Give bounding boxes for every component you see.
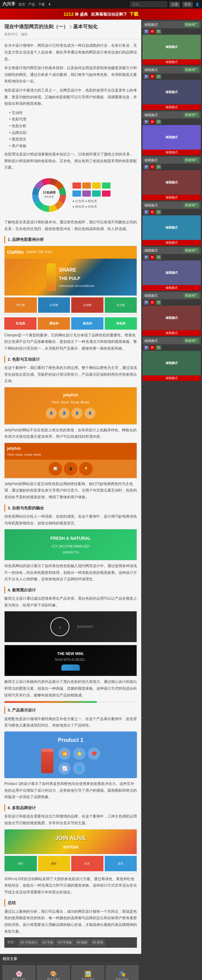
main-layout: 现在中港型网页的法则（一）：基本可知化 最新评论 编辑 在当今设计领域中，网页设… [0,20,202,980]
widget-7-btn[interactable]: 投放词广 [184,293,199,298]
widget-2-social: 赞 粉 关 [142,73,201,80]
join-img-2: 黄区 [38,856,70,871]
related-item-4[interactable]: 🎭 相关文章4 [106,965,139,980]
join-alive-screenshot: JOIN ALIVE 音乐节活动 绿区 黄区 红区 蓝区 [4,829,137,873]
brand-tagline: SHARE THE PULP [26,250,52,255]
social-btn-17[interactable]: 粉 [150,255,155,259]
widget-7-img: 城视频式 [142,305,201,330]
social-btn-4[interactable]: 赞 [144,74,149,79]
social-btn-21[interactable]: 关 [156,300,161,305]
widget-4-social: 赞 粉 关 [142,164,201,170]
site-logo[interactable]: 六只手 [2,2,15,7]
theory-follow-p: 了解色彩关系是设计师的基本功。通过研究色相环，我们可以发现不同颜色之间的关系：互… [4,219,137,232]
widget-5-btn[interactable]: 投放词广 [184,203,199,208]
section3-header: 3. 自然与色彩的融合 [4,504,137,512]
brand-name: ClaRRIn [7,248,24,256]
social-btn-23[interactable]: 粉 [150,345,155,350]
social-btn-8[interactable]: 粉 [150,119,155,124]
tag-2[interactable]: A2 字体 [41,939,55,946]
promotional-banner[interactable]: 1212 终 盛典 距离莓莓活动还剩下 下载 [0,9,202,20]
nav-download[interactable]: 下载 [38,2,45,7]
minimal-screenshot: △ 极简风格展示 [4,611,137,643]
tag-1[interactable]: A1 字体设计 [19,939,39,946]
nav-dropdown-icon[interactable]: ▼ [48,2,51,6]
widget-4-header: 城视频式 投放词广 [142,156,201,164]
widget-3-header: 城视频式 投放词广 [142,111,201,119]
list-item: • 视觉层次 [9,136,137,143]
green-sub: 自然有机产品 [50,550,91,555]
social-btn-19[interactable]: 赞 [144,300,149,305]
widget-1-btn[interactable]: 投放词广 [184,22,199,27]
swatch-purple [82,191,91,197]
social-btn-2[interactable]: 粉 [150,29,155,34]
social-btn-22[interactable]: 赞 [144,345,149,350]
widget-3-title: 城视频式 [144,113,158,117]
section2-text: JellyFish的网站设计是互动性色彩运用的绝佳案例。他们巧妙地将橙色作为主色… [4,481,137,501]
swatch-panel: ● 红色系 ● 橙色系 ● 黄色系 ● 绿色系 [72,181,111,210]
intro-p3: 色彩是设计中最强大的工具之一。在网页设计中，色彩的使用不仅仅是美学上的考量，更是… [4,87,137,107]
section5-text: Product 1的设计展示了如何将蓝色和橙色结合使用来创造视觉冲击力。这种互补… [4,781,137,800]
register-button[interactable]: 注册 [169,2,180,7]
social-btn-12[interactable]: 关 [156,165,161,169]
social-btn-15[interactable]: 关 [156,210,161,215]
widget-3-btn[interactable]: 投放词广 [184,113,199,117]
social-btn-9[interactable]: 关 [156,119,161,124]
social-btn-18[interactable]: 关 [156,255,161,259]
section3-intro: 绿色系网站往往给人一种清新、自然的感觉。在这个案例中，设计师巧妙地将绿色与有机图… [4,513,137,527]
social-btn-20[interactable]: 粉 [150,300,155,305]
nav-home[interactable]: 首页 [18,2,25,7]
social-btn-14[interactable]: 粉 [150,210,155,215]
nav-left: 六只手 首页 产品 下载 ▼ [2,2,51,7]
tag-3[interactable]: A3 字体集 [56,939,74,946]
widget-2-img: 城视频式 [142,80,201,105]
social-btn-3[interactable]: 关 [156,29,161,34]
social-btn-13[interactable]: 赞 [144,210,149,215]
related-icon-1: 🌸 [13,970,25,977]
social-btn-6[interactable]: 关 [156,74,161,79]
list-item: • 用户体验 [9,143,137,150]
can-top [41,749,53,752]
widget-4-btn[interactable]: 投放词广 [184,158,199,162]
ss-orange-1: jellyfish Think. Smart. Social. Media. 👤… [5,387,137,424]
social-btn-10[interactable]: 赞 [144,165,149,169]
site-name: jellyfish [63,391,78,398]
related-item-1[interactable]: 🌸 相关文章1 [2,965,36,980]
block-orange: 橙色块 [38,317,70,329]
nav-right: 注册 登录 👤 [130,2,200,7]
widget-7-social: 赞 粉 关 [142,299,201,305]
social-btn-5[interactable]: 粉 [150,74,155,79]
profile-icons: 👤 👤 👤 👤 [46,408,95,419]
login-button[interactable]: 登录 [182,2,193,7]
social-btn-16[interactable]: 赞 [144,255,149,259]
sidebar-widget-6: 城视频式 投放词广 赞 粉 关 城视频式 城视频式 [142,247,201,291]
tag-4[interactable]: A4 图标 [75,939,89,946]
jf-icon-1: 📊 [49,462,62,476]
user-icon[interactable]: 👤 [195,2,200,6]
social-btn-24[interactable]: 关 [156,345,161,350]
mini-tagline: NOW WITH A DIESEL. [55,657,86,663]
widget-8-btn[interactable]: 投放词广 [184,338,199,343]
tag-5[interactable]: A5 界面 [91,939,105,946]
widget-7-red-label: 城视频式 [142,330,201,336]
social-btn-1[interactable]: 赞 [144,29,149,34]
related-item-3[interactable]: 🖼️ 相关文章3 [71,965,104,980]
widget-2-btn[interactable]: 投放词广 [184,67,199,72]
color-list: • 互动性 • 色彩代理 • 色彩分析 • 品牌识别 • 视觉层次 • 用户体验 [9,110,137,150]
site-tagline: Think. Smart. Social. Media. [51,400,90,405]
nav-product[interactable]: 产品 [28,2,35,7]
section1-header: 1. 品牌色彩案例分析 [4,236,137,243]
list-item: • 色彩代理 [9,116,137,123]
widget-6-img: 城视频式 [142,261,201,285]
feature-icons: 📶 ⭐ ❤️ 📈 🌐 [58,748,100,775]
jf-icon-3: 💡 [79,462,93,476]
donut-chart-area: 12色相理 色彩体系 [4,173,137,216]
swatch-red [72,183,81,189]
social-btn-7[interactable]: 赞 [144,119,149,124]
social-btn-11[interactable]: 粉 [150,165,155,169]
product1-section: Product 1 📶 ⭐ ❤️ 📈 🌐 [4,732,137,778]
related-item-2[interactable]: 🎨 相关文章2 [37,965,70,980]
search-input[interactable] [130,2,167,7]
widget-6-btn[interactable]: 投放词广 [184,248,199,253]
widget-2-red-label: 城视频式 [142,105,201,110]
product1-title: Product 1 [58,735,83,745]
